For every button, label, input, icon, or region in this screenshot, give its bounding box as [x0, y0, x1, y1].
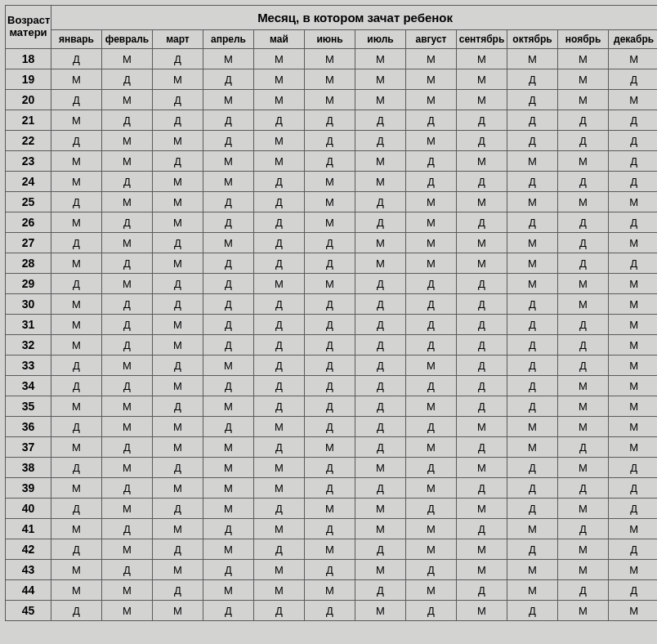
age-cell: 39 — [6, 478, 51, 499]
value-cell: Д — [609, 131, 658, 151]
value-cell: Д — [406, 110, 457, 131]
value-cell: Д — [203, 212, 254, 233]
value-cell: Д — [609, 539, 658, 560]
value-cell: М — [406, 478, 457, 499]
value-cell: Д — [254, 294, 305, 315]
value-cell: Д — [406, 376, 457, 396]
value-cell: М — [406, 539, 457, 560]
value-cell: М — [51, 253, 102, 274]
value-cell: Д — [507, 294, 558, 315]
age-cell: 29 — [6, 274, 51, 294]
value-cell: Д — [153, 458, 203, 478]
value-cell: Д — [406, 151, 457, 172]
value-cell: Д — [102, 478, 153, 499]
value-cell: М — [558, 49, 609, 69]
value-cell: М — [355, 69, 406, 90]
value-cell: Д — [102, 335, 153, 356]
value-cell: М — [203, 396, 254, 417]
table-row: 25ДММДДМДМММММ — [6, 192, 658, 212]
value-cell: Д — [406, 294, 457, 315]
value-cell: Д — [457, 356, 507, 376]
value-cell: М — [51, 580, 102, 601]
value-cell: Д — [153, 580, 203, 601]
value-cell: М — [254, 478, 305, 499]
value-cell: Д — [507, 539, 558, 560]
value-cell: Д — [406, 172, 457, 192]
table-row: 43МДМДМДМДММММ — [6, 560, 658, 580]
age-cell: 25 — [6, 192, 51, 212]
value-cell: Д — [406, 274, 457, 294]
value-cell: М — [203, 90, 254, 110]
value-cell: Д — [305, 396, 355, 417]
value-cell: М — [305, 212, 355, 233]
value-cell: М — [51, 560, 102, 580]
value-cell: М — [102, 151, 153, 172]
value-cell: Д — [203, 69, 254, 90]
value-cell: Д — [102, 315, 153, 335]
value-cell: Д — [102, 110, 153, 131]
value-cell: М — [558, 560, 609, 580]
value-cell: Д — [254, 315, 305, 335]
value-cell: М — [355, 458, 406, 478]
value-cell: М — [305, 90, 355, 110]
value-cell: М — [609, 233, 658, 253]
value-cell: М — [254, 417, 305, 437]
table-row: 18ДМДМММММММММ — [6, 49, 658, 69]
value-cell: Д — [51, 49, 102, 69]
table-row: 24МДММДММДДДДД — [6, 172, 658, 192]
header-month: декабрь — [609, 30, 658, 49]
value-cell: Д — [355, 396, 406, 417]
age-cell: 40 — [6, 499, 51, 519]
table-row: 26МДМДДМДМДДДД — [6, 212, 658, 233]
value-cell: Д — [457, 478, 507, 499]
table-row: 36ДММДМДДДММММ — [6, 417, 658, 437]
value-cell: М — [153, 478, 203, 499]
value-cell: М — [51, 478, 102, 499]
value-cell: Д — [355, 192, 406, 212]
value-cell: Д — [203, 110, 254, 131]
value-cell: Д — [51, 539, 102, 560]
value-cell: М — [254, 69, 305, 90]
header-month: март — [153, 30, 203, 49]
value-cell: М — [406, 212, 457, 233]
table-row: 21МДДДДДДДДДДД — [6, 110, 658, 131]
value-cell: Д — [153, 539, 203, 560]
value-cell: Д — [609, 110, 658, 131]
value-cell: Д — [355, 580, 406, 601]
value-cell: Д — [203, 376, 254, 396]
value-cell: Д — [507, 356, 558, 376]
value-cell: Д — [406, 499, 457, 519]
value-cell: Д — [102, 376, 153, 396]
value-cell: М — [254, 90, 305, 110]
value-cell: М — [406, 90, 457, 110]
value-cell: М — [51, 315, 102, 335]
value-cell: Д — [254, 356, 305, 376]
value-cell: Д — [507, 396, 558, 417]
age-cell: 35 — [6, 396, 51, 417]
table-row: 28МДМДДДММММДД — [6, 253, 658, 274]
value-cell: Д — [153, 274, 203, 294]
value-cell: М — [406, 253, 457, 274]
value-cell: Д — [558, 356, 609, 376]
value-cell: Д — [507, 69, 558, 90]
value-cell: Д — [609, 212, 658, 233]
value-cell: М — [507, 417, 558, 437]
header-month: май — [254, 30, 305, 49]
value-cell: М — [203, 478, 254, 499]
value-cell: М — [305, 437, 355, 458]
value-cell: М — [457, 90, 507, 110]
value-cell: М — [203, 151, 254, 172]
value-cell: М — [102, 90, 153, 110]
value-cell: Д — [203, 315, 254, 335]
value-cell: Д — [254, 110, 305, 131]
value-cell: М — [558, 69, 609, 90]
value-cell: М — [609, 335, 658, 356]
corner-line1: Возраст — [7, 14, 50, 26]
value-cell: Д — [305, 601, 355, 621]
value-cell: Д — [305, 335, 355, 356]
value-cell: М — [558, 396, 609, 417]
value-cell: М — [558, 294, 609, 315]
value-cell: Д — [254, 233, 305, 253]
table-row: 20ДМДММММММДММ — [6, 90, 658, 110]
value-cell: Д — [102, 560, 153, 580]
